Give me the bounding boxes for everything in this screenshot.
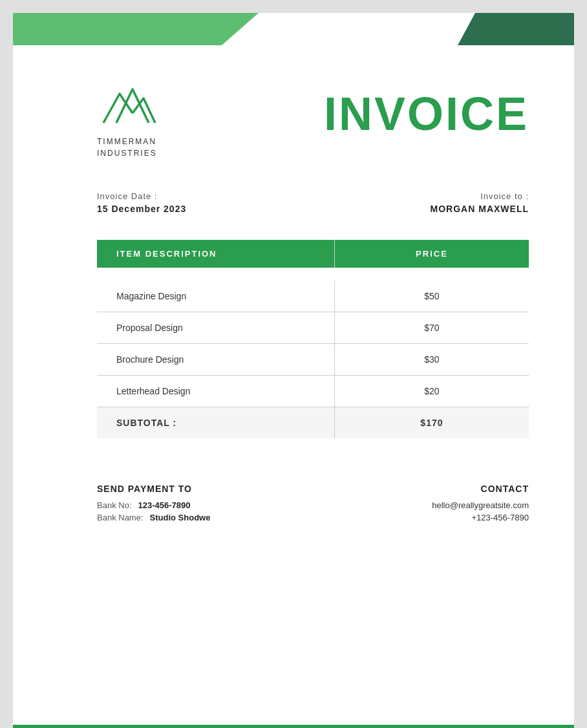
- table-header-price: PRICE: [334, 240, 529, 268]
- bank-no-row: Bank No: 123-456-7890: [97, 500, 210, 510]
- table-row: Letterhead Design $20: [97, 376, 529, 407]
- item-price-2: $70: [334, 312, 529, 344]
- table-row: Brochure Design $30: [97, 344, 529, 376]
- invoice-body: TIMMERMAN INDUSTRIES INVOICE Invoice Dat…: [13, 58, 574, 564]
- bank-no-value: 123-456-7890: [138, 500, 190, 510]
- invoice-date-section: Invoice Date : 15 December 2023: [97, 191, 186, 214]
- item-price-3: $30: [334, 344, 529, 376]
- footer-section: SEND PAYMENT TO Bank No: 123-456-7890 Ba…: [97, 471, 529, 538]
- subtotal-value: $170: [334, 407, 529, 439]
- company-name: TIMMERMAN INDUSTRIES: [97, 136, 157, 159]
- payment-section: SEND PAYMENT TO Bank No: 123-456-7890 Ba…: [97, 484, 210, 525]
- table-row: Proposal Design $70: [97, 312, 529, 344]
- contact-phone: +123-456-7890: [432, 513, 529, 522]
- payment-heading: SEND PAYMENT TO: [97, 484, 210, 494]
- header-row: TIMMERMAN INDUSTRIES INVOICE: [97, 84, 529, 159]
- contact-heading: CONTACT: [432, 484, 529, 494]
- table-spacer-row: [97, 268, 529, 281]
- item-description-3: Brochure Design: [97, 344, 334, 376]
- bank-name-row: Bank Name: Studio Shodwe: [97, 513, 210, 522]
- top-green-left-bar: [13, 13, 259, 45]
- invoice-date-label: Invoice Date :: [97, 191, 186, 201]
- invoice-date-value: 15 December 2023: [97, 204, 186, 214]
- info-row: Invoice Date : 15 December 2023 Invoice …: [97, 191, 529, 214]
- table-row: Magazine Design $50: [97, 281, 529, 312]
- item-description-4: Letterhead Design: [97, 376, 334, 407]
- table-header-row: ITEM DESCRIPTION PRICE: [97, 240, 529, 268]
- invoice-to-section: Invoice to : MORGAN MAXWELL: [431, 191, 529, 214]
- invoice-page: TIMMERMAN INDUSTRIES INVOICE Invoice Dat…: [13, 13, 574, 728]
- invoice-to-value: MORGAN MAXWELL: [431, 204, 529, 214]
- item-description-1: Magazine Design: [97, 281, 334, 312]
- item-description-2: Proposal Design: [97, 312, 334, 344]
- top-dark-right-bar: [458, 13, 574, 45]
- contact-section: CONTACT hello@reallygreatsite.com +123-4…: [432, 484, 529, 525]
- item-price-4: $20: [334, 376, 529, 407]
- item-price-1: $50: [334, 281, 529, 312]
- bank-name-label: Bank Name:: [97, 513, 144, 522]
- subtotal-label: SUBTOTAL :: [97, 407, 334, 439]
- logo-section: TIMMERMAN INDUSTRIES: [97, 84, 162, 159]
- invoice-table: ITEM DESCRIPTION PRICE Magazine Design $…: [97, 240, 529, 438]
- bank-no-label: Bank No:: [97, 500, 131, 510]
- top-header: [13, 13, 574, 58]
- subtotal-row: SUBTOTAL : $170: [97, 407, 529, 439]
- bottom-bar: [13, 725, 574, 728]
- invoice-to-label: Invoice to :: [431, 191, 529, 201]
- invoice-title: INVOICE: [324, 91, 529, 137]
- company-logo: [97, 84, 162, 129]
- table-header-description: ITEM DESCRIPTION: [97, 240, 334, 268]
- bank-name-value: Studio Shodwe: [150, 513, 211, 522]
- contact-email: hello@reallygreatsite.com: [432, 500, 529, 510]
